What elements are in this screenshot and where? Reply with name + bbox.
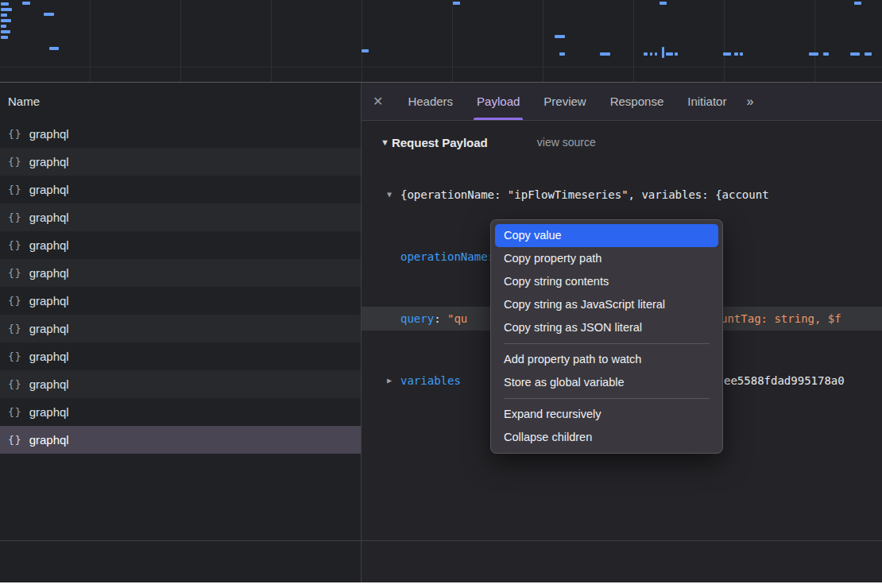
menu-item-copy-string-as-json-literal[interactable]: Copy string as JSON literal bbox=[495, 316, 718, 339]
network-request-row[interactable]: {}graphql bbox=[0, 287, 361, 315]
tab-initiator[interactable]: Initiator bbox=[675, 83, 738, 120]
property-preview-end: ee5588fdad995178a0 bbox=[724, 369, 845, 393]
request-name-label: graphql bbox=[29, 294, 69, 308]
json-braces-icon: {} bbox=[8, 239, 22, 251]
payload-section-header: ▼Request Payloadview source bbox=[362, 130, 882, 154]
menu-item-collapse-children[interactable]: Collapse children bbox=[495, 426, 718, 449]
json-braces-icon: {} bbox=[8, 378, 22, 390]
json-braces-icon: {} bbox=[8, 211, 22, 223]
property-key: query bbox=[400, 312, 434, 325]
menu-separator bbox=[504, 343, 710, 344]
request-name-label: graphql bbox=[29, 322, 69, 335]
timeline-activity-bar bbox=[723, 52, 731, 56]
timeline-activity-bar bbox=[823, 52, 829, 56]
network-request-row[interactable]: {}graphql bbox=[0, 231, 361, 259]
timeline-activity-bar bbox=[655, 52, 657, 56]
json-braces-icon: {} bbox=[8, 434, 22, 446]
property-key: operationName bbox=[400, 250, 488, 263]
network-request-row[interactable]: {}graphql bbox=[0, 370, 361, 398]
timeline-activity-bar bbox=[1, 8, 12, 11]
requests-panel: Name {}graphql{}graphql{}graphql{}graphq… bbox=[0, 83, 362, 588]
close-icon[interactable]: ✕ bbox=[373, 94, 383, 109]
timeline-activity-bar bbox=[362, 49, 369, 52]
view-source-link[interactable]: view source bbox=[537, 136, 596, 149]
timeline-activity-bar bbox=[555, 35, 565, 38]
network-request-row[interactable]: {}graphql bbox=[0, 203, 361, 231]
page-below-devtools bbox=[0, 582, 882, 588]
request-name-label: graphql bbox=[29, 127, 69, 141]
detail-tabs-bar: ✕ HeadersPayloadPreviewResponseInitiator… bbox=[362, 83, 882, 121]
main-split: Name {}graphql{}graphql{}graphql{}graphq… bbox=[0, 83, 882, 588]
context-menu: Copy valueCopy property pathCopy string … bbox=[490, 219, 723, 454]
expanded-triangle-icon[interactable]: ▼ bbox=[387, 183, 392, 207]
request-name-label: graphql bbox=[29, 211, 69, 224]
network-request-row[interactable]: {}graphql bbox=[0, 259, 361, 287]
tab-headers[interactable]: Headers bbox=[396, 83, 465, 120]
status-bar-divider bbox=[0, 540, 882, 541]
timeline-activity-bar bbox=[662, 47, 664, 58]
timeline-activity-bar bbox=[44, 13, 54, 16]
network-request-row[interactable]: {}graphql bbox=[0, 315, 361, 342]
request-list: {}graphql{}graphql{}graphql{}graphql{}gr… bbox=[0, 120, 361, 454]
timeline-activity-bar bbox=[49, 47, 59, 50]
detail-tabs: HeadersPayloadPreviewResponseInitiator bbox=[396, 83, 738, 120]
timeline-activity-bar bbox=[1, 19, 11, 22]
request-name-label: graphql bbox=[29, 238, 69, 252]
network-request-row[interactable]: {}graphql bbox=[0, 176, 361, 203]
json-braces-icon: {} bbox=[8, 128, 22, 140]
request-name-label: graphql bbox=[29, 433, 69, 447]
timeline-activity-bar bbox=[559, 52, 565, 56]
name-column-header[interactable]: Name bbox=[0, 83, 361, 120]
collapsed-triangle-icon[interactable]: ▶ bbox=[387, 369, 392, 393]
property-value-end: untTag: string, $f bbox=[721, 307, 841, 331]
timeline-activity-bar bbox=[1, 30, 10, 33]
timeline-activity-bar bbox=[600, 52, 610, 56]
devtools-window: Name {}graphql{}graphql{}graphql{}graphq… bbox=[0, 0, 882, 588]
network-request-row[interactable]: {}graphql bbox=[0, 342, 361, 370]
network-overview-timeline[interactable] bbox=[0, 0, 882, 83]
tab-payload[interactable]: Payload bbox=[465, 83, 532, 120]
tab-response[interactable]: Response bbox=[598, 83, 676, 120]
timeline-activity-bar bbox=[660, 2, 667, 5]
menu-item-copy-value[interactable]: Copy value bbox=[495, 224, 718, 247]
overview-bars bbox=[0, 0, 882, 82]
colon-separator: : bbox=[434, 312, 447, 325]
menu-item-copy-property-path[interactable]: Copy property path bbox=[495, 247, 718, 270]
timeline-activity-bar bbox=[865, 52, 872, 56]
timeline-activity-bar bbox=[1, 2, 9, 6]
request-name-label: graphql bbox=[29, 405, 69, 419]
payload-root-row[interactable]: ▼{operationName: "ipFlowTimeseries", var… bbox=[362, 183, 882, 207]
disclosure-triangle-icon[interactable]: ▼ bbox=[381, 137, 389, 147]
request-name-label: graphql bbox=[29, 377, 69, 391]
network-request-row[interactable]: {}graphql bbox=[0, 398, 361, 426]
menu-item-add-property-path-to-watch[interactable]: Add property path to watch bbox=[495, 348, 718, 371]
json-braces-icon: {} bbox=[8, 350, 22, 362]
property-key: variables bbox=[400, 374, 461, 387]
timeline-activity-bar bbox=[809, 52, 818, 56]
timeline-activity-bar bbox=[740, 52, 743, 56]
timeline-activity-bar bbox=[734, 52, 738, 56]
more-tabs-icon[interactable]: » bbox=[746, 95, 753, 109]
network-request-row[interactable]: {}graphql bbox=[0, 148, 361, 176]
request-payload-title[interactable]: Request Payload bbox=[392, 136, 488, 149]
timeline-activity-bar bbox=[666, 52, 673, 56]
network-request-row[interactable]: {}graphql bbox=[0, 120, 361, 148]
menu-item-copy-string-as-javascript-literal[interactable]: Copy string as JavaScript literal bbox=[495, 293, 718, 316]
json-braces-icon: {} bbox=[8, 267, 22, 279]
menu-item-store-as-global-variable[interactable]: Store as global variable bbox=[495, 371, 718, 394]
timeline-activity-bar bbox=[1, 14, 7, 17]
network-request-row[interactable]: {}graphql bbox=[0, 426, 361, 454]
timeline-activity-bar bbox=[1, 36, 8, 39]
timeline-activity-bar bbox=[650, 52, 652, 56]
menu-item-expand-recursively[interactable]: Expand recursively bbox=[495, 403, 718, 426]
property-value-start: "qu bbox=[447, 312, 467, 325]
json-braces-icon: {} bbox=[8, 184, 22, 195]
timeline-activity-bar bbox=[22, 2, 30, 5]
timeline-activity-bar bbox=[1, 25, 6, 28]
menu-item-copy-string-contents[interactable]: Copy string contents bbox=[495, 270, 718, 293]
timeline-activity-bar bbox=[854, 2, 861, 5]
json-braces-icon: {} bbox=[8, 156, 22, 168]
tab-preview[interactable]: Preview bbox=[532, 83, 598, 120]
timeline-activity-bar bbox=[675, 52, 678, 56]
timeline-activity-bar bbox=[453, 2, 460, 5]
